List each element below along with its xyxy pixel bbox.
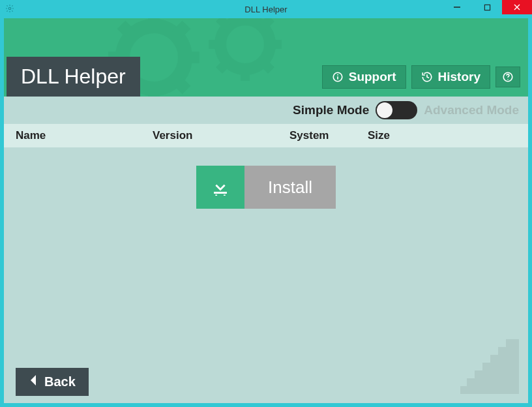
footer: Back bbox=[4, 360, 528, 403]
svg-line-22 bbox=[263, 18, 271, 27]
advanced-mode-label: Advanced Mode bbox=[424, 103, 519, 117]
download-icon bbox=[196, 166, 244, 209]
col-system: System bbox=[289, 129, 368, 142]
toggle-knob bbox=[377, 102, 392, 118]
back-button[interactable]: Back bbox=[16, 368, 89, 396]
chevron-left-icon bbox=[29, 374, 38, 389]
mode-bar: Simple Mode Advanced Mode bbox=[4, 97, 528, 124]
app-icon bbox=[5, 4, 16, 14]
svg-line-19 bbox=[219, 18, 228, 27]
maximize-button[interactable] bbox=[472, 0, 502, 14]
help-icon bbox=[502, 71, 514, 83]
svg-line-21 bbox=[219, 62, 228, 70]
support-label: Support bbox=[349, 70, 396, 84]
mode-toggle[interactable] bbox=[376, 101, 417, 119]
col-version: Version bbox=[153, 129, 289, 142]
svg-line-20 bbox=[263, 62, 271, 70]
app-title: DLL Helper bbox=[7, 57, 140, 97]
svg-line-11 bbox=[176, 80, 186, 90]
svg-line-10 bbox=[121, 25, 132, 35]
info-icon bbox=[332, 71, 344, 83]
svg-point-14 bbox=[220, 20, 270, 69]
history-button[interactable]: History bbox=[411, 65, 490, 89]
simple-mode-label: Simple Mode bbox=[293, 103, 369, 117]
col-name: Name bbox=[16, 129, 153, 142]
svg-line-13 bbox=[176, 25, 186, 35]
col-size: Size bbox=[368, 129, 516, 142]
install-label: Install bbox=[244, 166, 336, 209]
content-area: Install bbox=[4, 147, 528, 360]
support-button[interactable]: Support bbox=[322, 65, 406, 89]
titlebar: DLL Helper bbox=[0, 0, 532, 18]
help-button[interactable] bbox=[495, 67, 520, 87]
install-button[interactable]: Install bbox=[196, 166, 336, 209]
history-icon bbox=[421, 71, 433, 83]
table-header: Name Version System Size bbox=[4, 124, 528, 147]
app-header: DLL Helper Support History bbox=[4, 18, 528, 97]
history-label: History bbox=[438, 70, 480, 84]
svg-marker-28 bbox=[31, 375, 36, 385]
svg-rect-2 bbox=[484, 5, 490, 10]
svg-point-0 bbox=[8, 7, 11, 10]
minimize-button[interactable] bbox=[442, 0, 472, 14]
svg-point-27 bbox=[507, 79, 509, 80]
close-button[interactable] bbox=[502, 0, 532, 14]
back-label: Back bbox=[44, 374, 76, 389]
svg-point-25 bbox=[337, 74, 338, 76]
